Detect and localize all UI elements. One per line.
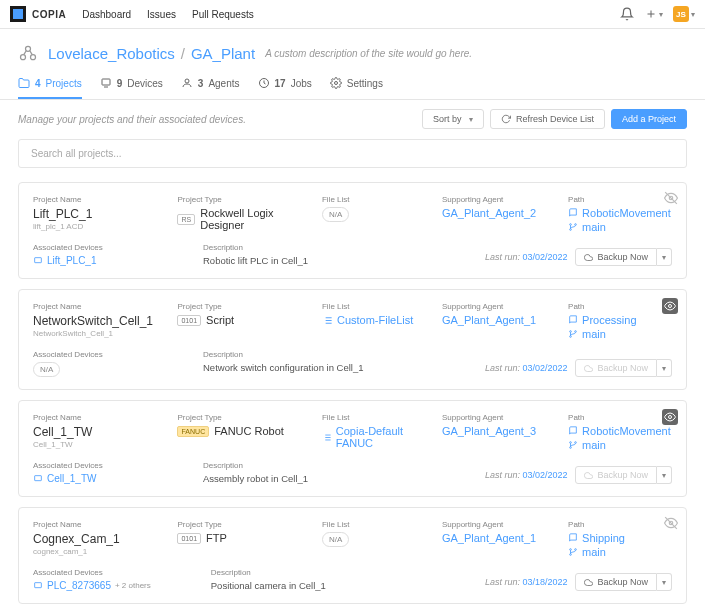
type-badge: RS xyxy=(177,214,195,225)
label-associated-devices: Associated Devices xyxy=(33,243,143,252)
project-card: Project Name Cognex_Cam_1 cognex_cam_1 P… xyxy=(18,507,687,604)
svg-point-28 xyxy=(669,416,672,419)
tab-agents[interactable]: 3 Agents xyxy=(181,77,240,99)
label-supporting-agent: Supporting Agent xyxy=(442,195,558,204)
file-list-na: N/A xyxy=(322,207,349,222)
tab-devices[interactable]: 9 Devices xyxy=(100,77,163,99)
search-input[interactable] xyxy=(18,139,687,168)
list-icon xyxy=(322,315,333,326)
project-description: Network switch configuration in Cell_1 xyxy=(203,362,364,373)
project-description: Positional camera in Cell_1 xyxy=(211,580,326,591)
associated-na: N/A xyxy=(33,362,60,377)
backup-now-button[interactable]: Backup Now xyxy=(575,573,657,591)
tab-jobs[interactable]: 17 Jobs xyxy=(258,77,312,99)
path-branch-link[interactable]: main xyxy=(582,221,606,233)
type-badge: 0101 xyxy=(177,315,201,326)
visibility-icon[interactable] xyxy=(662,298,678,314)
list-icon xyxy=(322,432,332,443)
svg-line-6 xyxy=(30,51,33,55)
project-name: Cognex_Cam_1 xyxy=(33,532,167,546)
svg-rect-7 xyxy=(102,79,110,85)
tab-projects[interactable]: 4 Projects xyxy=(18,77,82,99)
project-type: FTP xyxy=(206,532,227,544)
associated-device-link[interactable]: Lift_PLC_1 xyxy=(33,255,143,266)
device-icon xyxy=(33,474,43,484)
label-path: Path xyxy=(568,195,672,204)
device-icon xyxy=(100,77,112,89)
path-repo-link[interactable]: RoboticMovement xyxy=(582,425,671,437)
project-name: Lift_PLC_1 xyxy=(33,207,167,221)
nav-dashboard[interactable]: Dashboard xyxy=(82,9,131,20)
backup-options-button[interactable]: ▾ xyxy=(657,466,672,484)
visibility-icon[interactable] xyxy=(662,409,678,425)
refresh-button[interactable]: Refresh Device List xyxy=(490,109,605,129)
associated-extra: + 2 others xyxy=(115,581,151,590)
visibility-icon[interactable] xyxy=(664,516,678,530)
project-card: Project Name Cell_1_TW Cell_1_TW Project… xyxy=(18,400,687,497)
project-type: FANUC Robot xyxy=(214,425,284,437)
logo-text: COPIA xyxy=(32,9,66,20)
site-description: A custom description of the site would g… xyxy=(265,48,472,59)
last-run: Last run: 03/18/2022 xyxy=(485,577,568,587)
project-card: Project Name Lift_PLC_1 lift_plc_1 ACD P… xyxy=(18,182,687,279)
supporting-agent-link[interactable]: GA_Plant_Agent_3 xyxy=(442,425,558,437)
svg-line-13 xyxy=(665,192,677,204)
associated-device-link[interactable]: PLC_8273665 + 2 others xyxy=(33,580,151,591)
backup-now-button[interactable]: Backup Now xyxy=(575,248,657,266)
backup-options-button[interactable]: ▾ xyxy=(657,248,672,266)
svg-point-11 xyxy=(334,82,337,85)
logo[interactable]: COPIA xyxy=(10,6,66,22)
svg-point-37 xyxy=(575,442,577,444)
breadcrumb: Lovelace_Robotics / GA_Plant xyxy=(48,45,255,62)
project-type: Rockwell Logix Designer xyxy=(200,207,312,231)
user-menu[interactable]: JS ▾ xyxy=(673,6,695,22)
repo-icon xyxy=(568,533,578,543)
project-id: Cell_1_TW xyxy=(33,440,167,449)
file-list-link[interactable]: Custom-FileList xyxy=(337,314,413,326)
label-file-list: File List xyxy=(322,195,432,204)
associated-device-link[interactable]: Cell_1_TW xyxy=(33,473,143,484)
add-project-button[interactable]: Add a Project xyxy=(611,109,687,129)
cloud-icon xyxy=(584,471,593,480)
path-repo-link[interactable]: RoboticMovement xyxy=(582,207,671,219)
avatar: JS xyxy=(673,6,689,22)
tab-settings[interactable]: Settings xyxy=(330,77,383,99)
branch-icon xyxy=(568,329,578,339)
path-branch-link[interactable]: main xyxy=(582,328,606,340)
backup-now-button: Backup Now xyxy=(575,466,657,484)
path-branch-link[interactable]: main xyxy=(582,439,606,451)
sort-by-select[interactable]: Sort by ▾ xyxy=(422,109,484,129)
device-icon xyxy=(33,256,43,266)
path-branch-link[interactable]: main xyxy=(582,546,606,558)
supporting-agent-link[interactable]: GA_Plant_Agent_2 xyxy=(442,207,558,219)
visibility-icon[interactable] xyxy=(664,191,678,205)
branch-icon xyxy=(568,440,578,450)
project-type: Script xyxy=(206,314,234,326)
svg-point-16 xyxy=(575,224,577,226)
last-run: Last run: 03/02/2022 xyxy=(485,363,568,373)
add-menu[interactable]: ▾ xyxy=(645,8,663,20)
path-repo-link[interactable]: Shipping xyxy=(582,532,625,544)
backup-options-button[interactable]: ▾ xyxy=(657,359,672,377)
svg-point-14 xyxy=(570,224,572,226)
svg-point-43 xyxy=(575,549,577,551)
chevron-down-icon: ▾ xyxy=(691,10,695,19)
file-list-link[interactable]: Copia-Default FANUC xyxy=(336,425,432,449)
svg-point-41 xyxy=(570,549,572,551)
nav-pull-requests[interactable]: Pull Requests xyxy=(192,9,254,20)
site-icon xyxy=(18,43,38,63)
project-card: Project Name NetworkSwitch_Cell_1 Networ… xyxy=(18,289,687,390)
project-name: NetworkSwitch_Cell_1 xyxy=(33,314,167,328)
nav-issues[interactable]: Issues xyxy=(147,9,176,20)
supporting-agent-link[interactable]: GA_Plant_Agent_1 xyxy=(442,314,558,326)
svg-point-15 xyxy=(570,229,572,231)
breadcrumb-site[interactable]: GA_Plant xyxy=(191,45,255,62)
notifications-icon[interactable] xyxy=(619,6,635,22)
project-id: NetworkSwitch_Cell_1 xyxy=(33,329,167,338)
svg-rect-17 xyxy=(35,257,42,262)
breadcrumb-org[interactable]: Lovelace_Robotics xyxy=(48,45,175,62)
path-repo-link[interactable]: Processing xyxy=(582,314,636,326)
backup-options-button[interactable]: ▾ xyxy=(657,573,672,591)
repo-icon xyxy=(568,315,578,325)
supporting-agent-link[interactable]: GA_Plant_Agent_1 xyxy=(442,532,558,544)
